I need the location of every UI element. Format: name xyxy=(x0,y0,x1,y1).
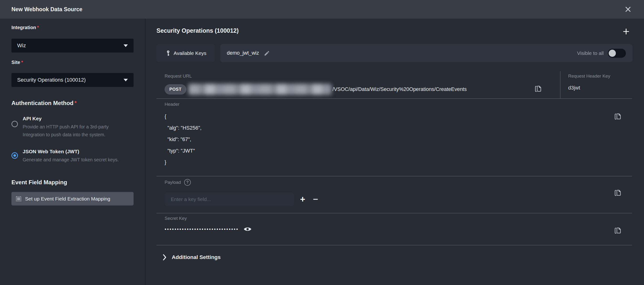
chevron-down-icon xyxy=(124,44,128,47)
visible-to-all-label: Visible to all xyxy=(577,50,604,56)
payload-label: Payload xyxy=(164,180,181,185)
section-divider xyxy=(156,98,632,99)
request-url-row: POST /VSOC/api/Data/Wiz/Security%20Opera… xyxy=(164,83,467,96)
remove-payload-field-button[interactable]: − xyxy=(313,192,318,206)
integration-select[interactable]: Wiz xyxy=(12,39,134,53)
auth-option-jwt[interactable]: JSON Web Token (JWT) Generate and manage… xyxy=(12,148,131,164)
required-marker: * xyxy=(37,25,39,30)
json-line: "kid": "67", xyxy=(164,134,202,145)
copy-payload-icon[interactable] xyxy=(614,189,622,197)
payload-key-field-input[interactable] xyxy=(164,192,294,206)
setup-event-field-extraction-mapping-button[interactable]: Set up Event Field Extraction Mapping xyxy=(12,192,134,205)
auth-option-description: Provide an HTTP push API for a 3rd-party… xyxy=(23,123,131,139)
new-webhook-data-source-dialog: New Webhook Data Source Integration* Wiz… xyxy=(0,0,644,285)
key-icon xyxy=(165,50,171,56)
available-keys-tab[interactable]: Available Keys xyxy=(156,44,215,62)
request-header-key-value: d3jwt xyxy=(568,85,580,91)
authentication-method-heading: Authentication Method* xyxy=(12,100,76,106)
active-key-name: demo_jwt_wiz xyxy=(227,50,259,56)
add-key-icon[interactable] xyxy=(621,27,631,36)
additional-settings-expander[interactable]: Additional Settings xyxy=(163,254,221,261)
integration-select-value: Wiz xyxy=(17,43,26,49)
config-sidebar: Integration* Wiz Site* Security Operatio… xyxy=(0,19,145,285)
site-panel-title: Security Operations (100012) xyxy=(156,27,239,34)
integration-label: Integration* xyxy=(12,25,39,30)
section-divider xyxy=(156,176,632,176)
request-url-label: Request URL xyxy=(164,74,192,79)
secret-key-row: •••••••••••••••••••••••••••••• xyxy=(164,223,252,235)
visible-to-all-toggle[interactable] xyxy=(608,49,626,58)
setup-button-label: Set up Event Field Extraction Mapping xyxy=(25,196,110,202)
json-line: } xyxy=(164,157,202,168)
copy-secret-key-icon[interactable] xyxy=(614,226,622,235)
required-marker: * xyxy=(21,60,23,65)
table-grid-icon xyxy=(15,195,22,202)
payload-label-row: Payload ? xyxy=(164,179,191,186)
section-divider xyxy=(156,245,632,245)
site-select-value: Security Operations (100012) xyxy=(17,77,86,83)
redacted-url-host xyxy=(188,84,332,95)
radio-unselected-icon[interactable] xyxy=(12,121,18,127)
request-header-key-label: Request Header Key xyxy=(568,74,610,79)
copy-request-url-icon[interactable] xyxy=(534,85,542,93)
reveal-secret-eye-icon[interactable] xyxy=(244,226,252,232)
edit-key-name-icon[interactable] xyxy=(264,50,270,56)
site-select[interactable]: Security Operations (100012) xyxy=(12,73,134,87)
chevron-right-icon xyxy=(163,254,166,261)
auth-option-api-key[interactable]: API Key Provide an HTTP push API for a 3… xyxy=(12,115,131,139)
radio-dot xyxy=(13,154,16,157)
request-section-divider xyxy=(560,71,560,99)
help-icon[interactable]: ? xyxy=(184,179,191,186)
active-key-bar: demo_jwt_wiz Visible to all xyxy=(220,44,632,62)
toggle-knob xyxy=(609,50,616,57)
masked-secret-value: •••••••••••••••••••••••••••••• xyxy=(164,226,239,232)
json-line: "typ": "JWT" xyxy=(164,145,202,157)
secret-key-label: Secret Key xyxy=(164,216,187,221)
visibility-control: Visible to all xyxy=(577,49,626,58)
webhook-detail-panel: Security Operations (100012) Available K… xyxy=(146,19,644,285)
jwt-header-json: { "alg": "HS256", "kid": "67", "typ": "J… xyxy=(164,111,202,168)
additional-settings-label: Additional Settings xyxy=(172,254,221,260)
add-payload-field-button[interactable]: + xyxy=(300,192,305,206)
auth-option-title: JSON Web Token (JWT) xyxy=(23,148,119,155)
close-icon[interactable] xyxy=(624,5,632,14)
radio-selected-icon[interactable] xyxy=(12,152,18,159)
available-keys-label: Available Keys xyxy=(174,50,206,56)
dialog-titlebar: New Webhook Data Source xyxy=(0,0,644,19)
section-divider xyxy=(156,213,632,213)
jwt-header-label: Header xyxy=(164,102,179,107)
json-line: "alg": "HS256", xyxy=(164,122,202,134)
dialog-title: New Webhook Data Source xyxy=(12,6,82,13)
auth-option-title: API Key xyxy=(23,115,131,122)
site-label: Site* xyxy=(12,60,23,65)
http-method-badge: POST xyxy=(164,84,186,95)
json-line: { xyxy=(164,111,202,122)
event-field-mapping-heading: Event Field Mapping xyxy=(12,179,67,186)
auth-option-description: Generate and manage JWT token secret key… xyxy=(23,156,119,164)
required-marker: * xyxy=(74,100,76,106)
request-url-path: /VSOC/api/Data/Wiz/Security%20Operations… xyxy=(332,86,467,92)
copy-header-icon[interactable] xyxy=(614,112,622,121)
chevron-down-icon xyxy=(124,79,128,81)
